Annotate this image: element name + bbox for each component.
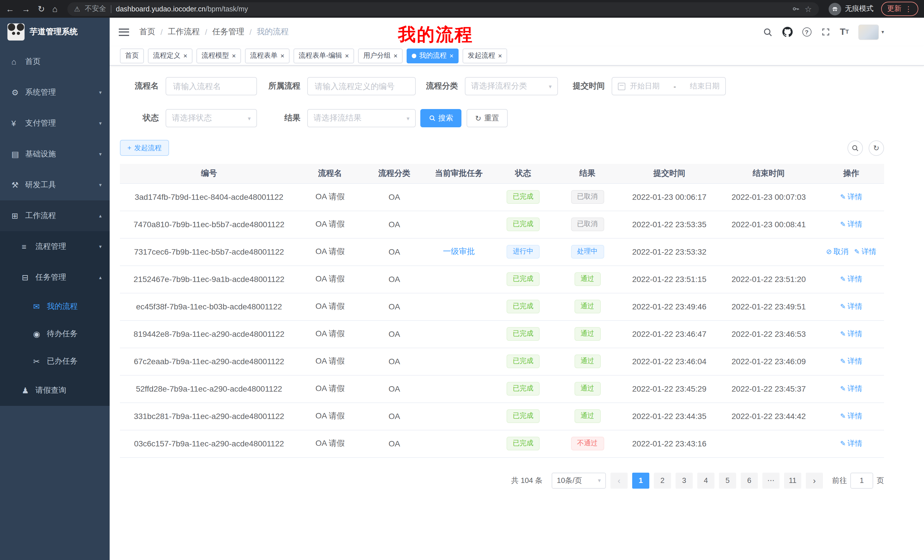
app-logo[interactable]: 芋道管理系统 [0, 18, 110, 46]
user-menu[interactable]: ▾ [859, 24, 884, 40]
eye-icon: ◉ [33, 329, 47, 338]
reset-button[interactable]: ↻ 重置 [466, 109, 508, 127]
home-icon[interactable]: ⌂ [52, 4, 57, 13]
sidebar-item-devtools[interactable]: ⚒ 研发工具 ▾ [0, 169, 110, 201]
detail-action[interactable]: ✎详情 [840, 356, 862, 367]
fullscreen-icon[interactable] [821, 27, 830, 36]
font-size-icon[interactable]: TT [840, 27, 849, 36]
sidebar-item-my-process[interactable]: ✉ 我的流程 [0, 293, 110, 320]
tab-start-process[interactable]: 发起流程 × [463, 48, 507, 63]
refresh-table-button[interactable]: ↻ [868, 140, 884, 156]
detail-action[interactable]: ✎详情 [840, 439, 862, 449]
detail-label: 详情 [848, 192, 862, 202]
breadcrumb: 首页 / 工作流程 / 任务管理 / 我的流程 [140, 27, 289, 37]
page-button-3[interactable]: 3 [676, 472, 693, 488]
detail-action[interactable]: ✎详情 [840, 219, 862, 229]
sidebar: 芋道管理系统 ⌂ 首页 ⚙ 系统管理 ▾ ¥ 支付管理 ▾ ▤ [0, 18, 110, 560]
tab-my-process[interactable]: 我的流程 × [406, 48, 459, 63]
detail-action[interactable]: ✎详情 [840, 329, 862, 339]
detail-action[interactable]: ✎详情 [840, 274, 862, 284]
detail-action[interactable]: ✎详情 [854, 247, 876, 257]
page-button-4[interactable]: 4 [697, 472, 714, 488]
page-button-1[interactable]: 1 [632, 472, 650, 488]
detail-action[interactable]: ✎详情 [840, 192, 862, 202]
kebab-menu-icon[interactable]: ⋮ [905, 4, 912, 13]
tab-process-form[interactable]: 流程表单 × [245, 48, 290, 63]
close-icon[interactable]: × [449, 52, 453, 60]
sidebar-item-leave-query[interactable]: ♟ 请假查询 [0, 375, 110, 406]
toggle-search-button[interactable] [848, 140, 863, 156]
detail-action[interactable]: ✎详情 [840, 301, 862, 312]
next-page-button[interactable]: › [806, 472, 823, 488]
current-task-link[interactable]: 一级审批 [443, 247, 475, 257]
sidebar-toggle[interactable] [119, 28, 129, 36]
breadcrumb-workflow[interactable]: 工作流程 [168, 27, 200, 37]
close-icon[interactable]: × [498, 52, 502, 60]
status-select[interactable]: 请选择状态 ▾ [166, 109, 257, 127]
prev-page-button[interactable]: ‹ [610, 472, 628, 488]
process-def-input[interactable] [307, 77, 416, 95]
page-size-select[interactable]: 10条/页 ▾ [552, 472, 606, 488]
table-toolbar: + 发起流程 ↻ [120, 140, 884, 156]
search-button[interactable]: 搜索 [420, 109, 461, 127]
detail-label: 详情 [848, 439, 862, 449]
close-icon[interactable]: × [345, 52, 349, 60]
sidebar-item-system[interactable]: ⚙ 系统管理 ▾ [0, 77, 110, 108]
category-select[interactable]: 请选择流程分类 ▾ [465, 77, 558, 95]
reload-icon[interactable]: ↻ [38, 4, 45, 13]
sidebar-item-done-tasks[interactable]: ✂ 已办任务 [0, 347, 110, 375]
github-icon[interactable] [782, 27, 792, 37]
detail-action[interactable]: ✎详情 [840, 411, 862, 421]
tab-home[interactable]: 首页 [120, 48, 144, 63]
tab-process-model[interactable]: 流程模型 × [196, 48, 241, 63]
tab-process-definition[interactable]: 流程定义 × [148, 48, 192, 63]
sidebar-item-infra[interactable]: ▤ 基础设施 ▾ [0, 139, 110, 169]
more-pages-button[interactable]: ⋯ [762, 472, 780, 488]
close-icon[interactable]: × [393, 52, 398, 60]
process-name-input[interactable] [166, 77, 257, 95]
cell-result: 通过 [555, 403, 620, 430]
result-select[interactable]: 请选择流结果 ▾ [307, 109, 416, 127]
page-button-5[interactable]: 5 [719, 472, 736, 488]
pagination-total: 共 104 条 [511, 475, 543, 485]
status-badge: 已完成 [507, 272, 540, 286]
search-icon[interactable] [763, 27, 772, 37]
cancel-action[interactable]: ⊘取消 [826, 247, 848, 257]
sidebar-item-todo-tasks[interactable]: ◉ 待办任务 [0, 320, 110, 347]
create-process-button[interactable]: + 发起流程 [120, 140, 169, 156]
address-bar[interactable]: ⚠ 不安全 dashboard.yudao.iocoder.cn/bpm/tas… [67, 2, 819, 16]
update-button[interactable]: 更新 ⋮ [881, 2, 918, 16]
cell-actions: ✎详情 [818, 183, 884, 211]
sidebar-item-process-mgmt[interactable]: ≡ 流程管理 ▾ [0, 231, 110, 262]
sidebar-item-home[interactable]: ⌂ 首页 [0, 46, 110, 77]
page-button-6[interactable]: 6 [741, 472, 758, 488]
help-icon[interactable]: ? [802, 27, 811, 36]
sidebar-item-payment[interactable]: ¥ 支付管理 ▾ [0, 108, 110, 139]
cell-status: 已完成 [491, 430, 555, 457]
tab-process-form-edit[interactable]: 流程表单-编辑 × [294, 48, 354, 63]
breadcrumb-separator: / [249, 27, 252, 36]
sidebar-item-task-mgmt[interactable]: ⊟ 任务管理 ▴ [0, 262, 110, 293]
close-icon[interactable]: × [183, 52, 188, 60]
key-icon[interactable] [792, 4, 800, 13]
breadcrumb-task-mgmt[interactable]: 任务管理 [213, 27, 244, 37]
bookmark-star-icon[interactable]: ☆ [805, 4, 812, 13]
submit-time-range[interactable]: 开始日期 - 结束日期 [612, 77, 726, 95]
back-icon[interactable]: ← [6, 4, 14, 13]
close-icon[interactable]: × [280, 52, 284, 60]
breadcrumb-home[interactable]: 首页 [140, 27, 155, 37]
detail-action[interactable]: ✎详情 [840, 383, 862, 394]
chevron-down-icon: ▾ [598, 477, 601, 484]
goto-page-input[interactable] [850, 472, 873, 488]
edit-icon: ✎ [840, 275, 846, 283]
cell-status: 已完成 [491, 347, 555, 375]
tab-user-group[interactable]: 用户分组 × [358, 48, 403, 63]
status-badge: 进行中 [507, 245, 540, 258]
page-button-11[interactable]: 11 [784, 472, 801, 488]
security-label[interactable]: 不安全 [85, 4, 106, 14]
close-icon[interactable]: × [232, 52, 236, 60]
page-button-2[interactable]: 2 [654, 472, 671, 488]
forward-icon[interactable]: → [22, 4, 30, 13]
incognito-label: 无痕模式 [845, 4, 873, 14]
sidebar-item-workflow[interactable]: ⊞ 工作流程 ▴ [0, 201, 110, 231]
